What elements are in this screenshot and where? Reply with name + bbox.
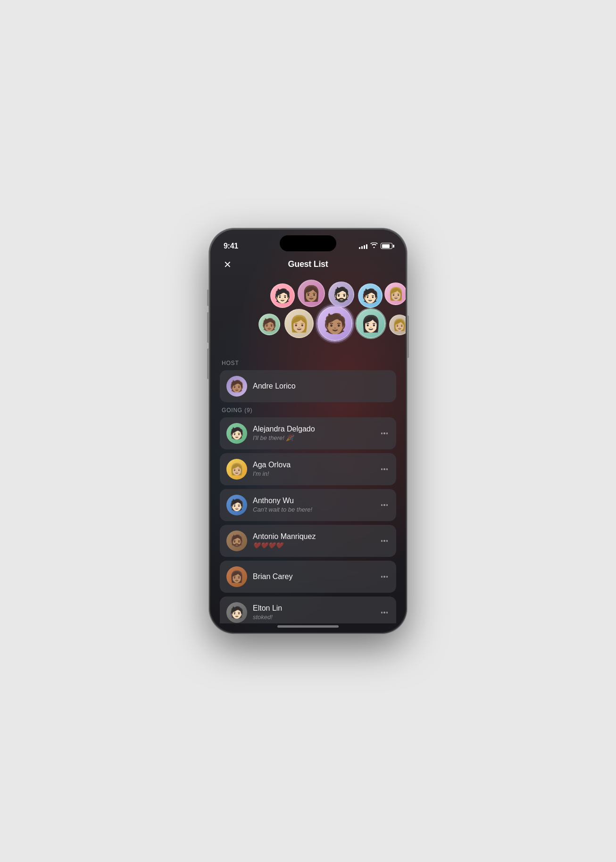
dot: [386, 432, 388, 434]
avatar-bubble-4: 👩🏼: [384, 282, 406, 305]
dot: [381, 540, 383, 542]
dot: [383, 540, 385, 542]
host-avatar: 🧑🏽: [226, 376, 247, 397]
more-button[interactable]: [379, 610, 390, 615]
dot: [386, 468, 388, 470]
guest-status: I'm in!: [253, 470, 379, 478]
guest-name: Alejandra Delgado: [253, 424, 379, 434]
dot: [381, 468, 383, 470]
guest-avatar: 🧑🏻: [226, 495, 247, 515]
guest-list: 🧑🏻 Alejandra Delgado I'll be there! 🎉 👩🏼…: [220, 417, 396, 623]
dot: [381, 576, 383, 578]
wifi-icon: [370, 242, 378, 249]
guest-info: Anthony Wu Can't wait to be there!: [253, 496, 379, 514]
more-button[interactable]: [379, 538, 390, 544]
more-button[interactable]: [379, 466, 390, 472]
guest-card[interactable]: 🧑🏻 Alejandra Delgado I'll be there! 🎉: [220, 417, 396, 449]
dot: [386, 576, 388, 578]
more-button[interactable]: [379, 502, 390, 508]
avatar-bubble-1: 👩🏽: [298, 280, 325, 307]
guest-card[interactable]: 👩🏽 Brian Carey: [220, 561, 396, 593]
dot: [383, 504, 385, 506]
dot: [381, 504, 383, 506]
dot: [383, 432, 385, 434]
dot: [381, 432, 383, 434]
navigation-header: ✕ Guest List: [210, 256, 406, 275]
phone-screen: 9:41 ✕: [210, 230, 406, 632]
dot: [386, 504, 388, 506]
avatar-bubble-7: 🧑🏽: [317, 306, 352, 341]
dot: [386, 540, 388, 542]
guest-card[interactable]: 👩🏼 Aga Orlova I'm in!: [220, 453, 396, 485]
dot: [381, 612, 383, 613]
guest-avatar: 👩🏽: [226, 566, 247, 587]
close-button[interactable]: ✕: [220, 257, 235, 272]
guest-status: ❤️❤️❤️❤️: [253, 542, 379, 550]
guest-name: Anthony Wu: [253, 496, 379, 506]
battery-icon: [381, 243, 392, 249]
phone-frame: 9:41 ✕: [209, 228, 407, 634]
more-button[interactable]: [379, 431, 390, 436]
guest-info: Elton Lin stoked!: [253, 604, 379, 622]
avatar-bubble-3: 🧑🏻: [358, 283, 383, 308]
status-icons: [359, 242, 392, 249]
guest-avatar: 🧔🏽: [226, 530, 247, 551]
avatar-bubble-8: 👩🏻: [356, 309, 385, 338]
guest-info: Antonio Manriquez ❤️❤️❤️❤️: [253, 532, 379, 550]
avatar-cloud: 🧑🏻👩🏽🧔🏻🧑🏻👩🏼🧑🏽👩🏼🧑🏽👩🏻👩🏼: [220, 275, 396, 360]
guest-name: Antonio Manriquez: [253, 532, 379, 542]
signal-icon: [359, 243, 367, 249]
guest-status: stoked!: [253, 613, 379, 622]
guest-card[interactable]: 🧑🏻 Elton Lin stoked!: [220, 597, 396, 623]
more-button[interactable]: [379, 574, 390, 580]
guest-avatar: 🧑🏻: [226, 602, 247, 623]
scroll-content[interactable]: HOST 🧑🏽 Andre Lorico GOING (9) 🧑🏻: [210, 360, 406, 623]
host-section: HOST 🧑🏽 Andre Lorico: [210, 360, 406, 402]
guest-status: I'll be there! 🎉: [253, 434, 379, 442]
guest-avatar: 👩🏼: [226, 459, 247, 480]
guest-card[interactable]: 🧔🏽 Antonio Manriquez ❤️❤️❤️❤️: [220, 525, 396, 557]
guest-info: Brian Carey: [253, 572, 379, 582]
guest-name: Elton Lin: [253, 604, 379, 613]
avatar-bubble-9: 👩🏼: [389, 315, 406, 335]
guest-name: Brian Carey: [253, 572, 379, 582]
avatar-bubble-0: 🧑🏻: [270, 283, 295, 308]
page-title: Guest List: [288, 259, 328, 269]
avatar-cloud-container: 🧑🏻👩🏽🧔🏻🧑🏻👩🏼🧑🏽👩🏼🧑🏽👩🏻👩🏼: [237, 280, 379, 355]
status-time: 9:41: [224, 242, 238, 250]
guest-status: Can't wait to be there!: [253, 506, 379, 514]
avatar-bubble-6: 👩🏼: [284, 309, 314, 338]
avatar-bubble-5: 🧑🏽: [258, 314, 280, 335]
host-card[interactable]: 🧑🏽 Andre Lorico: [220, 370, 396, 402]
avatar-bubble-2: 🧔🏻: [328, 282, 354, 307]
host-info: Andre Lorico: [253, 381, 390, 391]
dot: [386, 612, 388, 613]
guest-info: Alejandra Delgado I'll be there! 🎉: [253, 424, 379, 442]
host-label: HOST: [220, 360, 396, 366]
dot: [383, 612, 385, 613]
going-label: GOING (9): [220, 407, 396, 414]
home-indicator[interactable]: [277, 625, 339, 628]
guest-name: Aga Orlova: [253, 460, 379, 470]
guest-info: Aga Orlova I'm in!: [253, 460, 379, 478]
going-section: GOING (9) 🧑🏻 Alejandra Delgado I'll be t…: [210, 407, 406, 623]
host-name: Andre Lorico: [253, 381, 390, 391]
guest-card[interactable]: 🧑🏻 Anthony Wu Can't wait to be there!: [220, 489, 396, 521]
guest-avatar: 🧑🏻: [226, 423, 247, 444]
dot: [383, 468, 385, 470]
dynamic-island: [280, 235, 336, 251]
dot: [383, 576, 385, 578]
